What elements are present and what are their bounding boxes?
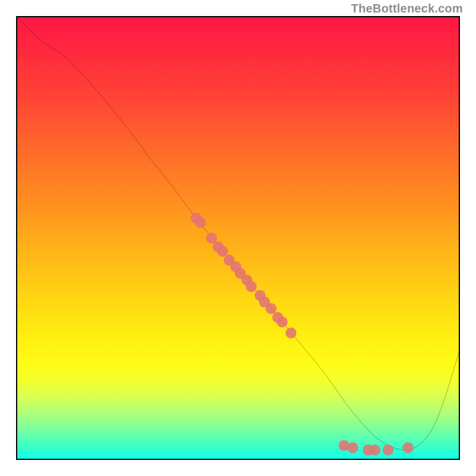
chart-marker bbox=[217, 246, 228, 257]
chart-marker bbox=[265, 303, 277, 314]
chart-marker bbox=[286, 327, 297, 339]
watermark-text: TheBottleneck.com bbox=[351, 2, 463, 14]
chart-marker bbox=[383, 444, 394, 456]
chart-svg bbox=[17, 17, 459, 459]
chart-curve-path bbox=[17, 17, 459, 450]
chart-marker bbox=[277, 317, 288, 328]
chart-marker bbox=[347, 442, 359, 453]
chart-marker bbox=[246, 281, 257, 292]
chart-markers-group bbox=[190, 212, 414, 455]
chart-marker bbox=[195, 217, 206, 228]
chart-marker bbox=[369, 444, 381, 456]
chart-marker bbox=[402, 442, 414, 453]
plot-area bbox=[16, 16, 460, 460]
chart-frame: TheBottleneck.com bbox=[0, 0, 476, 476]
chart-marker bbox=[206, 233, 217, 244]
